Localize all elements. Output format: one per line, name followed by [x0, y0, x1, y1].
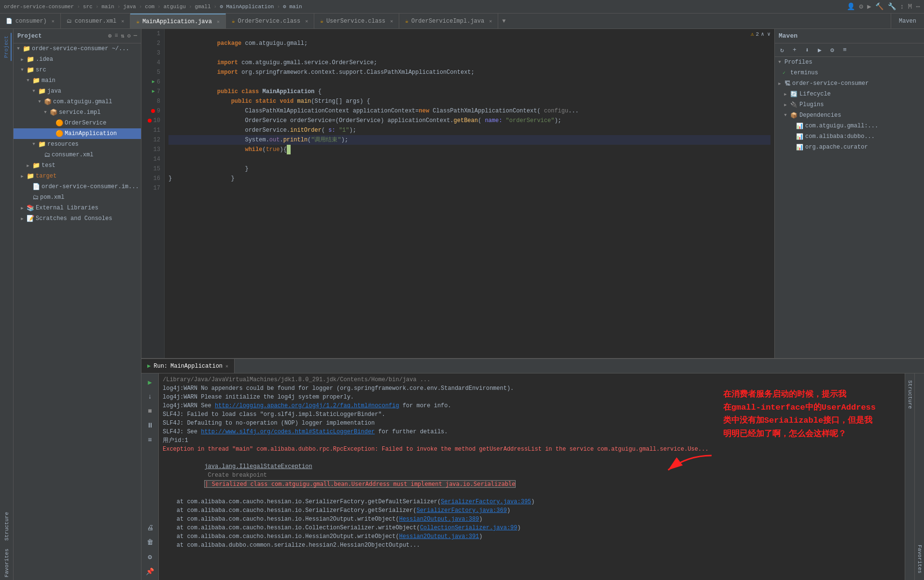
maven-dep-curator[interactable]: 📊 org.apache.curator: [775, 142, 924, 152]
run-tab-main[interactable]: ▶ Run: MainApplication ✕: [141, 359, 235, 373]
tree-idea[interactable]: ▶ 📁 .idea: [14, 54, 141, 65]
run-link-slf4j[interactable]: http://www.slf4j.org/codes.html#StaticLo…: [201, 428, 375, 435]
maven-profiles[interactable]: ▼ Profiles: [775, 57, 924, 68]
tree-external-libraries[interactable]: ▶ 📚 External Libraries: [14, 203, 141, 213]
run-link-cs[interactable]: CollectionSerializer.java:99: [420, 525, 518, 531]
tree-consumer-xml[interactable]: 🗂 consumer.xml: [14, 150, 141, 160]
maven-download-btn[interactable]: ⬇: [802, 45, 812, 55]
run-stop-btn[interactable]: ■: [144, 405, 156, 417]
sidebar-icon-5[interactable]: —: [134, 32, 137, 40]
ln-2: 2: [145, 39, 160, 48]
tab-consumer-xml-close[interactable]: ✕: [121, 18, 124, 24]
maven-refresh-btn[interactable]: ↻: [777, 45, 787, 55]
code-line-1: package com.atguigu.gmall;: [168, 29, 770, 39]
run-link-sf2[interactable]: SerializerFactory.java:369: [417, 507, 507, 514]
top-icons[interactable]: 👤 ⚙ ▶ 🔨 🔧 ↕ M ⋯: [847, 2, 920, 11]
maven-dep-atguigu[interactable]: 📊 com.atguigu.gmall:...: [775, 121, 924, 131]
favorites-tool-btn[interactable]: Favorites: [2, 546, 11, 580]
warning-arrows[interactable]: ∧ ∨: [761, 31, 770, 37]
run-console-content[interactable]: /Library/Java/JavaVirtualMachines/jdk1.8…: [159, 373, 905, 580]
tab-main-app-close[interactable]: ✕: [217, 19, 220, 25]
run-link-h2o2[interactable]: Hessian2Output.java:391: [399, 533, 479, 540]
tree-service-impl[interactable]: ▼ 📦 service.impl: [14, 107, 141, 118]
tab-order-service-impl-close[interactable]: ✕: [489, 18, 492, 24]
run-link-h2o1[interactable]: Hessian2Output.java:389: [399, 516, 479, 523]
tab-consumer-label: consumer): [15, 18, 47, 25]
bc-src[interactable]: src: [83, 4, 93, 10]
tree-main[interactable]: ▼ 📁 main: [14, 75, 141, 86]
maven-add-btn[interactable]: +: [789, 45, 800, 55]
sidebar-icon-4[interactable]: ⚙: [127, 32, 131, 40]
tab-consumer[interactable]: 📄 consumer) ✕: [0, 14, 61, 28]
maven-collapse-btn[interactable]: ≡: [840, 45, 850, 55]
maven-dep-dubbo[interactable]: 📊 com.alibaba:dubbo...: [775, 131, 924, 142]
maven-osc[interactable]: ▶ 🏗 order-service-consumer: [775, 78, 924, 89]
run-tab-close[interactable]: ✕: [225, 363, 228, 369]
bc-gmall[interactable]: gmall: [195, 4, 211, 10]
project-tool-btn[interactable]: Project: [2, 33, 12, 61]
run-link-sf1[interactable]: SerializerFactory.java:395: [441, 498, 531, 505]
sidebar-icon-3[interactable]: ⇅: [121, 32, 124, 40]
run-clear-btn[interactable]: 🗑: [144, 537, 156, 548]
maven-execute-btn[interactable]: ▶: [814, 45, 825, 55]
tree-test[interactable]: ▶ 📁 test: [14, 160, 141, 171]
structure-tool-btn[interactable]: Structure: [2, 509, 11, 543]
sidebar-icon-2[interactable]: ≡: [114, 32, 118, 40]
maven-lifecycle[interactable]: ▶ 🔄 Lifecycle: [775, 89, 924, 99]
tree-resources[interactable]: ▼ 📁 resources: [14, 139, 141, 150]
tab-more-button[interactable]: ▼: [498, 14, 509, 28]
sidebar-icon-1[interactable]: ⊕: [108, 32, 112, 40]
run-pin-btn[interactable]: 📌: [144, 566, 156, 577]
tree-pkg-root[interactable]: ▼ 📦 com.atguigu.gmall: [14, 97, 141, 107]
tree-src[interactable]: ▼ 📁 src: [14, 65, 141, 75]
tree-target[interactable]: ▶ 📁 target: [14, 171, 141, 181]
tree-java-label: java: [47, 88, 61, 95]
run-rerun-btn[interactable]: ↓: [144, 391, 156, 402]
run-link-log4j[interactable]: http://logging.apache.org/log4j/1.2/faq.…: [215, 402, 399, 409]
favorites-tab-btn[interactable]: Favorites: [915, 542, 924, 576]
tab-user-service-class[interactable]: ☕ UserService.class ✕: [314, 14, 399, 28]
run-body: ▶ ↓ ■ ⏸ ≡ 🖨 🗑 ⚙ 📌 /Library/Java/JavaVirt…: [141, 373, 924, 580]
tree-main-application[interactable]: 🟠 MainApplication: [14, 128, 141, 139]
tree-consumer-xml-icon: 🗂: [44, 152, 50, 159]
tree-main-arrow: ▼: [25, 78, 31, 83]
maven-plugins[interactable]: ▶ 🔌 Plugins: [775, 99, 924, 110]
tab-consumer-xml[interactable]: 🗂 consumer.xml ✕: [61, 14, 130, 28]
maven-lifecycle-label: Lifecycle: [799, 91, 831, 97]
code-editor[interactable]: 1 2 3 4 5 ▶ 6 ▶ 7 8: [141, 29, 774, 358]
maven-settings-btn[interactable]: ⚙: [827, 45, 838, 55]
run-filter-btn[interactable]: ≡: [144, 434, 156, 446]
tab-order-service-impl[interactable]: ☕ OrderServiceImpl.java ✕: [399, 14, 498, 28]
tree-resources-arrow: ▼: [31, 142, 37, 147]
maven-tab[interactable]: Maven: [891, 14, 924, 28]
bc-main[interactable]: main: [101, 4, 114, 10]
run-print-btn[interactable]: 🖨: [144, 522, 156, 534]
bc-com[interactable]: com: [145, 4, 154, 10]
code-content[interactable]: 1 2 3 4 5 ▶ 6 ▶ 7 8: [141, 29, 774, 358]
tree-pom-xml[interactable]: 🗂 pom.xml: [14, 192, 141, 203]
maven-osc-label: order-service-consumer: [792, 80, 868, 87]
run-pause-btn[interactable]: ⏸: [144, 420, 156, 431]
tab-user-service-class-close[interactable]: ✕: [390, 18, 393, 24]
run-play-btn[interactable]: ▶: [144, 376, 156, 388]
tab-order-service-class[interactable]: ☕ OrderService.class ✕: [226, 14, 314, 28]
maven-dependencies[interactable]: ▼ 📦 Dependencies: [775, 110, 924, 121]
bc-project[interactable]: order-service-consumer: [4, 4, 74, 10]
bc-class[interactable]: ⚙ MainApplication: [220, 3, 274, 10]
tab-order-service-class-close[interactable]: ✕: [305, 18, 308, 24]
bc-java[interactable]: java: [123, 4, 136, 10]
tree-order-service-consumer-im[interactable]: 📄 order-service-consumer.im...: [14, 181, 141, 192]
favorites-bar: Favorites: [914, 373, 924, 580]
tree-scratches[interactable]: ▶ 📝 Scratches and Consoles: [14, 213, 141, 224]
maven-terminus[interactable]: ✓ terminus: [775, 68, 924, 78]
structure-tab-btn[interactable]: Structure: [906, 377, 914, 412]
run-settings-btn[interactable]: ⚙: [144, 551, 156, 563]
tab-consumer-close[interactable]: ✕: [52, 18, 55, 24]
tree-order-service[interactable]: 🟠 OrderService: [14, 118, 141, 128]
code-lines[interactable]: package com.atguigu.gmall; import com.at…: [165, 29, 774, 358]
bc-method[interactable]: ⚙ main: [283, 3, 302, 10]
tab-main-application[interactable]: ☕ MainApplication.java ✕: [130, 14, 226, 28]
tree-root[interactable]: ▼ 📁 order-service-consumer ~/...: [14, 43, 141, 54]
tree-java[interactable]: ▼ 📁 java: [14, 86, 141, 97]
bc-atguigu[interactable]: atguigu: [164, 4, 186, 10]
